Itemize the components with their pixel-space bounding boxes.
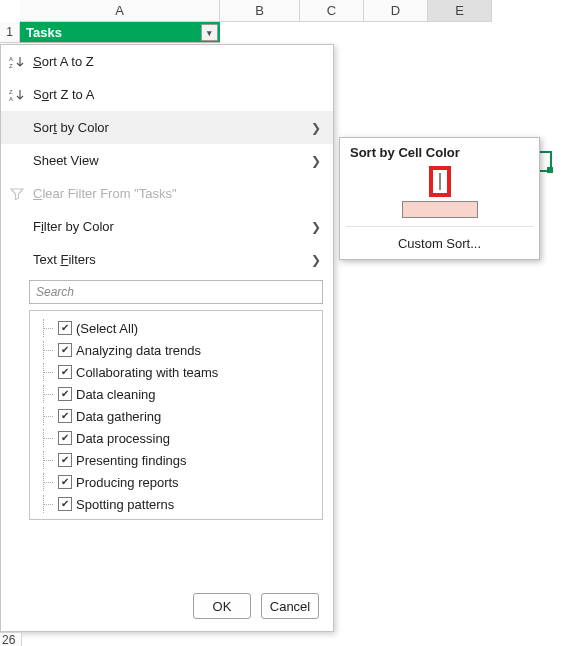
sort-by-color-label: Sort by Color — [33, 120, 109, 135]
ok-button[interactable]: OK — [193, 593, 251, 619]
filter-value-item[interactable]: Producing reports — [34, 471, 318, 493]
column-header-D[interactable]: D — [364, 0, 428, 22]
annotation-highlight — [429, 166, 451, 197]
color-swatch-pink[interactable] — [402, 201, 478, 218]
column-header-C[interactable]: C — [300, 0, 364, 22]
filter-search-input[interactable]: Search — [29, 280, 323, 304]
text-filters-label: Text Filters — [33, 252, 96, 267]
svg-text:Z: Z — [9, 89, 13, 95]
svg-text:A: A — [9, 56, 13, 62]
filter-value-item[interactable]: Collaborating with teams — [34, 361, 318, 383]
checkbox-icon[interactable] — [58, 387, 72, 401]
filter-value-label: Spotting patterns — [76, 497, 174, 512]
filter-value-label: Data cleaning — [76, 387, 156, 402]
text-filters[interactable]: Text Filters ❯ — [1, 243, 333, 276]
filter-dropdown-button[interactable]: ▾ — [201, 24, 218, 41]
checkbox-icon[interactable] — [58, 365, 72, 379]
checkbox-icon[interactable] — [58, 343, 72, 357]
filter-value-label: Collaborating with teams — [76, 365, 218, 380]
filter-values-list[interactable]: (Select All) Analyzing data trends Colla… — [29, 310, 323, 520]
row-header-1[interactable]: 1 — [0, 22, 20, 43]
sort-by-color-submenu: Sort by Cell Color Custom Sort... — [339, 137, 540, 260]
filter-value-label: Data processing — [76, 431, 170, 446]
filter-value-label: Data gathering — [76, 409, 161, 424]
sheet-view[interactable]: Sheet View ❯ — [1, 144, 333, 177]
sort-descending[interactable]: Z A Sort Z to A — [1, 78, 333, 111]
column-header-A[interactable]: A — [20, 0, 220, 22]
clear-filter-icon — [7, 184, 27, 204]
filter-value-item[interactable]: Data gathering — [34, 405, 318, 427]
cancel-button[interactable]: Cancel — [261, 593, 319, 619]
checkbox-icon[interactable] — [58, 409, 72, 423]
filter-value-item[interactable]: Analyzing data trends — [34, 339, 318, 361]
filter-by-color-label: Filter by Color — [33, 219, 114, 234]
clear-filter: Clear Filter From "Tasks" — [1, 177, 333, 210]
filter-value-item[interactable]: Data processing — [34, 427, 318, 449]
filter-value-label: (Select All) — [76, 321, 138, 336]
sort-asc-icon: A Z — [7, 52, 27, 72]
sheet-view-label: Sheet View — [33, 153, 99, 168]
filter-value-select-all[interactable]: (Select All) — [34, 317, 318, 339]
cell-A1[interactable]: Tasks ▾ — [20, 22, 220, 43]
column-header-E[interactable]: E — [428, 0, 492, 22]
sort-desc-label: Sort Z to A — [33, 87, 94, 102]
chevron-right-icon: ❯ — [311, 154, 321, 168]
chevron-right-icon: ❯ — [311, 121, 321, 135]
autofilter-menu: A Z Sort A to Z Z A Sort Z to A Sort by … — [0, 44, 334, 632]
checkbox-icon[interactable] — [58, 497, 72, 511]
chevron-right-icon: ❯ — [311, 220, 321, 234]
custom-sort[interactable]: Custom Sort... — [340, 227, 539, 259]
filter-value-item[interactable]: Data cleaning — [34, 383, 318, 405]
checkbox-icon[interactable] — [58, 475, 72, 489]
chevron-right-icon: ❯ — [311, 253, 321, 267]
checkbox-icon[interactable] — [58, 321, 72, 335]
sort-asc-label: Sort A to Z — [33, 54, 94, 69]
chevron-down-icon: ▾ — [207, 28, 212, 38]
sort-ascending[interactable]: A Z Sort A to Z — [1, 45, 333, 78]
cell-A1-text: Tasks — [26, 25, 62, 40]
row-header-26[interactable]: 26 — [0, 632, 22, 646]
sort-by-color[interactable]: Sort by Color ❯ — [1, 111, 333, 144]
filter-value-label: Presenting findings — [76, 453, 187, 468]
svg-text:A: A — [9, 96, 13, 102]
color-swatch-green[interactable] — [439, 173, 441, 190]
clear-filter-label: Clear Filter From "Tasks" — [33, 186, 177, 201]
column-header-B[interactable]: B — [220, 0, 300, 22]
filter-by-color[interactable]: Filter by Color ❯ — [1, 210, 333, 243]
filter-value-item[interactable]: Spotting patterns — [34, 493, 318, 515]
checkbox-icon[interactable] — [58, 453, 72, 467]
submenu-title: Sort by Cell Color — [340, 142, 539, 166]
filter-value-item[interactable]: Presenting findings — [34, 449, 318, 471]
filter-value-label: Analyzing data trends — [76, 343, 201, 358]
sort-desc-icon: Z A — [7, 85, 27, 105]
filter-value-label: Producing reports — [76, 475, 179, 490]
svg-text:Z: Z — [9, 63, 13, 69]
checkbox-icon[interactable] — [58, 431, 72, 445]
